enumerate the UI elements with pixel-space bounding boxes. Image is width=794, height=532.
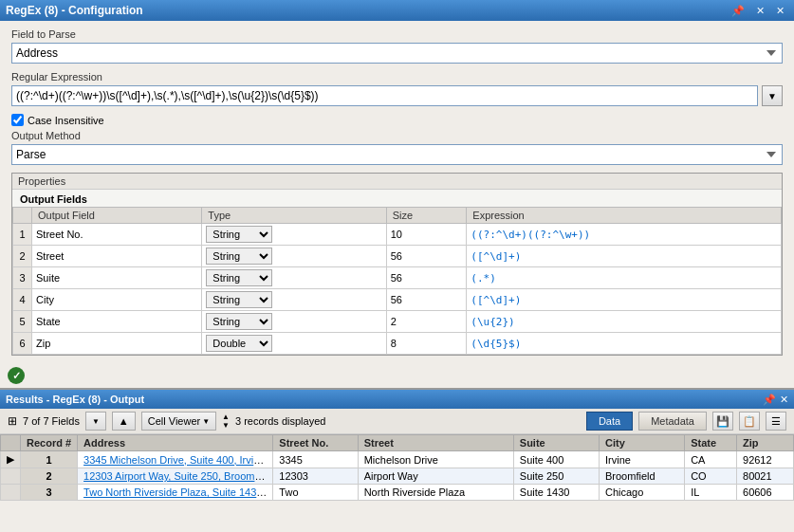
row-suite: Suite 250 — [513, 468, 599, 485]
row-state: CO — [685, 468, 737, 485]
table-row: ▶ 1 3345 Michelson Drive, Suite 400, Irv… — [1, 451, 794, 468]
row-type: String — [202, 267, 386, 289]
regex-input[interactable] — [11, 85, 758, 106]
th-city: City — [600, 435, 685, 451]
row-street-no: Two — [273, 485, 358, 501]
row-num: 2 — [13, 246, 32, 267]
row-record-num: 2 — [21, 468, 78, 485]
row-num: 1 — [13, 224, 32, 246]
regex-expand-button[interactable]: ▼ — [762, 85, 783, 106]
unpin-button[interactable]: ✕ — [752, 5, 768, 17]
tab-metadata-button[interactable]: Metadata — [638, 412, 707, 431]
row-field: City — [32, 289, 202, 311]
type-select[interactable]: String — [206, 226, 272, 243]
close-button[interactable]: ✕ — [772, 5, 788, 17]
row-zip: 60606 — [737, 485, 794, 501]
fields-up-button[interactable]: ▲ — [112, 412, 136, 431]
cell-viewer-label: Cell Viewer — [148, 415, 200, 427]
row-icon — [1, 468, 21, 485]
results-header-controls: 📌 ✕ — [763, 394, 788, 406]
row-num: 4 — [13, 289, 32, 311]
row-type: String — [202, 311, 386, 333]
chevron-down-icon: ▼ — [92, 417, 100, 426]
case-insensitive-checkbox[interactable] — [11, 114, 24, 126]
row-size: 56 — [386, 246, 467, 267]
check-icon: ✓ — [8, 367, 25, 384]
menu-button[interactable]: ☰ — [766, 412, 786, 431]
row-size: 56 — [386, 267, 467, 289]
sort-up-arrow[interactable]: ▲ — [222, 413, 230, 421]
row-address: 12303 Airport Way, Suite 250, Broomfield… — [78, 468, 273, 485]
sort-down-arrow[interactable]: ▼ — [222, 422, 230, 430]
col-output-field: Output Field — [32, 208, 202, 224]
type-select[interactable]: String — [206, 269, 272, 286]
output-fields-label: Output Fields — [12, 190, 782, 207]
case-insensitive-label: Case Insensitive — [28, 115, 104, 126]
col-size: Size — [386, 208, 467, 224]
results-close-button[interactable]: ✕ — [780, 394, 788, 406]
type-select[interactable]: Double — [206, 335, 272, 352]
regular-expression-group: Regular Expression ▼ — [11, 71, 783, 106]
copy-button[interactable]: 📋 — [739, 412, 760, 431]
table-header-row: Record # Address Street No. Street Suite… — [1, 435, 794, 451]
title-bar: RegEx (8) - Configuration 📌 ✕ ✕ — [0, 0, 794, 21]
row-street: Airport Way — [358, 468, 513, 485]
row-expr: (\u{2}) — [467, 311, 782, 333]
row-num: 6 — [13, 333, 32, 355]
col-num — [13, 208, 32, 224]
output-method-group: Output Method Parse — [11, 130, 783, 165]
results-pin-button[interactable]: 📌 — [763, 394, 776, 406]
tab-data-button[interactable]: Data — [586, 412, 633, 431]
row-expr: ([^\d]+) — [467, 246, 782, 267]
row-field: State — [32, 311, 202, 333]
data-table-container: Record # Address Street No. Street Suite… — [0, 434, 794, 532]
row-street-no: 12303 — [273, 468, 358, 485]
config-section: Field to Parse Address Regular Expressio… — [0, 21, 794, 363]
output-fields-table: Output Field Type Size Expression 1 Stre… — [12, 207, 782, 355]
output-method-select[interactable]: Parse — [11, 144, 783, 165]
properties-header: Properties — [12, 174, 782, 190]
results-section: Results - RegEx (8) - Output 📌 ✕ ⊞ 7 of … — [0, 388, 794, 532]
row-type: String — [202, 246, 386, 267]
type-select[interactable]: String — [206, 248, 272, 265]
fields-count: 7 of 7 Fields — [23, 415, 80, 427]
pin-button[interactable]: 📌 — [728, 5, 748, 17]
cell-viewer-button[interactable]: Cell Viewer ▼ — [141, 412, 216, 431]
row-address: Two North Riverside Plaza, Suite 1430, C… — [78, 485, 273, 501]
th-address: Address — [78, 435, 273, 451]
type-select[interactable]: String — [206, 291, 272, 308]
table-row: 3 Suite String 56 (.*) — [13, 267, 782, 289]
type-select[interactable]: String — [206, 313, 272, 330]
table-row: 6 Zip Double 8 (\d{5}$) — [13, 333, 782, 355]
export-button[interactable]: 💾 — [712, 412, 733, 431]
row-icon: ▶ — [1, 451, 21, 468]
fields-chevron-down-button[interactable]: ▼ — [85, 412, 106, 431]
row-num: 5 — [13, 311, 32, 333]
row-icon — [1, 485, 21, 501]
field-to-parse-label: Field to Parse — [11, 28, 783, 40]
case-insensitive-row: Case Insensitive — [11, 114, 783, 126]
row-record-num: 1 — [21, 451, 78, 468]
table-row: 1 Street No. String 10 ((?:^\d+)((?:^\w+… — [13, 224, 782, 246]
row-expr: ((?:^\d+)((?:^\w+)) — [467, 224, 782, 246]
row-suite: Suite 400 — [513, 451, 599, 468]
row-zip: 92612 — [737, 451, 794, 468]
field-to-parse-select[interactable]: Address — [11, 43, 783, 64]
row-field: Street — [32, 246, 202, 267]
row-field: Suite — [32, 267, 202, 289]
results-header-text: Results - RegEx (8) - Output — [6, 394, 144, 405]
row-suite: Suite 1430 — [513, 485, 599, 501]
records-displayed: 3 records displayed — [235, 415, 325, 427]
cell-viewer-chevron: ▼ — [202, 417, 210, 426]
row-city: Broomfield — [600, 468, 685, 485]
row-street: Michelson Drive — [358, 451, 513, 468]
title-bar-controls: 📌 ✕ ✕ — [728, 5, 788, 17]
row-city: Irvine — [600, 451, 685, 468]
field-to-parse-group: Field to Parse Address — [11, 28, 783, 64]
main-container: Field to Parse Address Regular Expressio… — [0, 21, 794, 532]
check-icon-area: ✓ — [0, 363, 794, 388]
results-header: Results - RegEx (8) - Output 📌 ✕ — [0, 390, 794, 409]
row-expr: (\d{5}$) — [467, 333, 782, 355]
row-state: IL — [685, 485, 737, 501]
th-state: State — [685, 435, 737, 451]
